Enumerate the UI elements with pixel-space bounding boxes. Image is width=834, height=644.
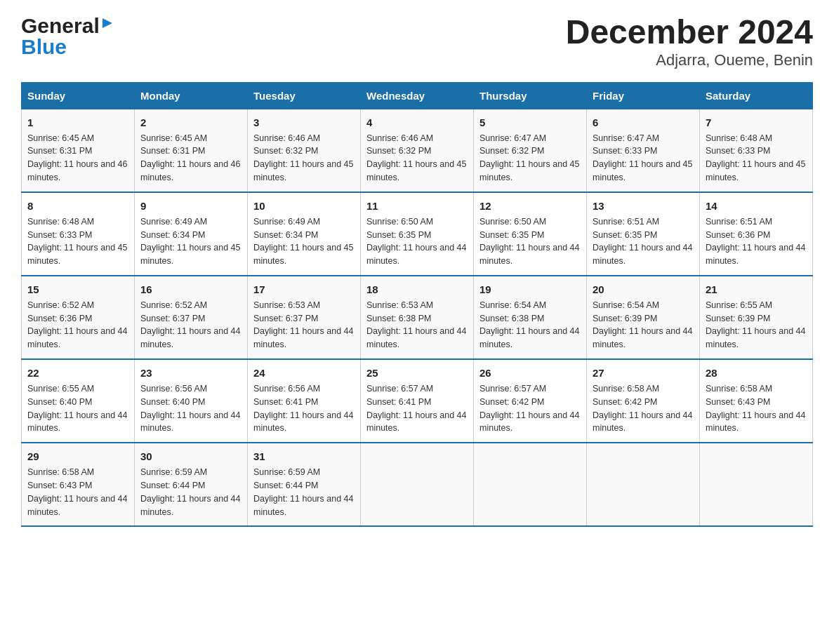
col-thursday: Thursday (474, 82, 587, 109)
logo-arrow-icon (100, 15, 115, 34)
calendar-table: Sunday Monday Tuesday Wednesday Thursday… (21, 82, 813, 528)
day-number: 31 (253, 449, 355, 464)
day-detail: Sunrise: 6:55 AMSunset: 6:39 PMDaylight:… (706, 300, 805, 350)
day-number: 24 (253, 365, 355, 381)
day-detail: Sunrise: 6:49 AMSunset: 6:34 PMDaylight:… (140, 217, 240, 267)
day-detail: Sunrise: 6:53 AMSunset: 6:37 PMDaylight:… (253, 300, 353, 350)
calendar-cell: 7 Sunrise: 6:48 AMSunset: 6:33 PMDayligh… (700, 109, 813, 192)
day-detail: Sunrise: 6:50 AMSunset: 6:35 PMDaylight:… (479, 217, 579, 267)
calendar-cell: 30 Sunrise: 6:59 AMSunset: 6:44 PMDaylig… (135, 443, 248, 526)
calendar-cell: 3 Sunrise: 6:46 AMSunset: 6:32 PMDayligh… (248, 109, 361, 192)
calendar-cell: 8 Sunrise: 6:48 AMSunset: 6:33 PMDayligh… (22, 192, 135, 276)
col-monday: Monday (135, 82, 248, 109)
header-row: Sunday Monday Tuesday Wednesday Thursday… (22, 82, 813, 109)
col-sunday: Sunday (22, 82, 135, 109)
page-header: General Blue December 2024 Adjarra, Ouem… (21, 14, 813, 69)
calendar-cell: 5 Sunrise: 6:47 AMSunset: 6:32 PMDayligh… (474, 109, 587, 192)
day-detail: Sunrise: 6:56 AMSunset: 6:40 PMDaylight:… (140, 384, 240, 434)
day-detail: Sunrise: 6:52 AMSunset: 6:37 PMDaylight:… (140, 300, 240, 350)
day-number: 26 (479, 365, 581, 381)
calendar-cell: 4 Sunrise: 6:46 AMSunset: 6:32 PMDayligh… (361, 109, 474, 192)
svg-marker-0 (102, 18, 112, 28)
calendar-cell: 16 Sunrise: 6:52 AMSunset: 6:37 PMDaylig… (135, 276, 248, 359)
day-detail: Sunrise: 6:56 AMSunset: 6:41 PMDaylight:… (253, 384, 353, 434)
day-detail: Sunrise: 6:58 AMSunset: 6:42 PMDaylight:… (593, 384, 692, 434)
day-number: 16 (140, 282, 241, 297)
calendar-cell: 24 Sunrise: 6:56 AMSunset: 6:41 PMDaylig… (248, 359, 361, 443)
day-detail: Sunrise: 6:46 AMSunset: 6:32 PMDaylight:… (253, 133, 353, 183)
day-detail: Sunrise: 6:46 AMSunset: 6:32 PMDaylight:… (366, 133, 466, 183)
day-number: 7 (706, 115, 807, 130)
day-number: 18 (366, 282, 468, 297)
day-number: 21 (706, 282, 807, 297)
day-number: 8 (27, 199, 128, 214)
day-detail: Sunrise: 6:59 AMSunset: 6:44 PMDaylight:… (253, 467, 353, 517)
calendar-cell: 23 Sunrise: 6:56 AMSunset: 6:40 PMDaylig… (135, 359, 248, 443)
day-detail: Sunrise: 6:55 AMSunset: 6:40 PMDaylight:… (27, 384, 127, 434)
calendar-week-row: 8 Sunrise: 6:48 AMSunset: 6:33 PMDayligh… (22, 192, 813, 276)
day-detail: Sunrise: 6:57 AMSunset: 6:41 PMDaylight:… (366, 384, 466, 434)
calendar-cell: 12 Sunrise: 6:50 AMSunset: 6:35 PMDaylig… (474, 192, 587, 276)
calendar-body: 1 Sunrise: 6:45 AMSunset: 6:31 PMDayligh… (22, 109, 813, 526)
logo: General Blue (21, 14, 115, 59)
logo-general-text: General (21, 14, 100, 38)
day-detail: Sunrise: 6:58 AMSunset: 6:43 PMDaylight:… (706, 384, 805, 434)
day-number: 17 (253, 282, 355, 297)
day-number: 5 (479, 115, 581, 130)
calendar-header: Sunday Monday Tuesday Wednesday Thursday… (22, 82, 813, 109)
calendar-cell: 22 Sunrise: 6:55 AMSunset: 6:40 PMDaylig… (22, 359, 135, 443)
day-number: 6 (593, 115, 694, 130)
day-number: 9 (140, 199, 241, 214)
day-detail: Sunrise: 6:59 AMSunset: 6:44 PMDaylight:… (140, 467, 240, 517)
calendar-cell: 1 Sunrise: 6:45 AMSunset: 6:31 PMDayligh… (22, 109, 135, 192)
day-detail: Sunrise: 6:51 AMSunset: 6:36 PMDaylight:… (706, 217, 805, 267)
calendar-cell: 20 Sunrise: 6:54 AMSunset: 6:39 PMDaylig… (587, 276, 700, 359)
day-detail: Sunrise: 6:48 AMSunset: 6:33 PMDaylight:… (27, 217, 127, 267)
calendar-cell: 11 Sunrise: 6:50 AMSunset: 6:35 PMDaylig… (361, 192, 474, 276)
calendar-week-row: 22 Sunrise: 6:55 AMSunset: 6:40 PMDaylig… (22, 359, 813, 443)
day-number: 20 (593, 282, 694, 297)
day-detail: Sunrise: 6:58 AMSunset: 6:43 PMDaylight:… (27, 467, 127, 517)
day-detail: Sunrise: 6:53 AMSunset: 6:38 PMDaylight:… (366, 300, 466, 350)
day-detail: Sunrise: 6:54 AMSunset: 6:38 PMDaylight:… (479, 300, 579, 350)
day-number: 13 (593, 199, 694, 214)
day-number: 19 (479, 282, 581, 297)
day-number: 3 (253, 115, 355, 130)
day-number: 23 (140, 365, 241, 381)
calendar-cell (474, 443, 587, 526)
calendar-cell: 14 Sunrise: 6:51 AMSunset: 6:36 PMDaylig… (700, 192, 813, 276)
calendar-week-row: 15 Sunrise: 6:52 AMSunset: 6:36 PMDaylig… (22, 276, 813, 359)
day-number: 27 (593, 365, 694, 381)
col-wednesday: Wednesday (361, 82, 474, 109)
day-number: 1 (27, 115, 128, 130)
day-detail: Sunrise: 6:49 AMSunset: 6:34 PMDaylight:… (253, 217, 353, 267)
day-detail: Sunrise: 6:57 AMSunset: 6:42 PMDaylight:… (479, 384, 579, 434)
title-block: December 2024 Adjarra, Oueme, Benin (566, 14, 813, 69)
calendar-cell: 10 Sunrise: 6:49 AMSunset: 6:34 PMDaylig… (248, 192, 361, 276)
day-number: 28 (706, 365, 807, 381)
calendar-cell: 31 Sunrise: 6:59 AMSunset: 6:44 PMDaylig… (248, 443, 361, 526)
calendar-cell (700, 443, 813, 526)
day-number: 29 (27, 449, 128, 464)
calendar-cell: 6 Sunrise: 6:47 AMSunset: 6:33 PMDayligh… (587, 109, 700, 192)
day-number: 30 (140, 449, 241, 464)
day-detail: Sunrise: 6:48 AMSunset: 6:33 PMDaylight:… (706, 133, 805, 183)
calendar-cell: 19 Sunrise: 6:54 AMSunset: 6:38 PMDaylig… (474, 276, 587, 359)
day-detail: Sunrise: 6:47 AMSunset: 6:32 PMDaylight:… (479, 133, 579, 183)
day-number: 2 (140, 115, 241, 130)
calendar-cell: 13 Sunrise: 6:51 AMSunset: 6:35 PMDaylig… (587, 192, 700, 276)
calendar-week-row: 1 Sunrise: 6:45 AMSunset: 6:31 PMDayligh… (22, 109, 813, 192)
day-number: 12 (479, 199, 581, 214)
calendar-cell (587, 443, 700, 526)
day-detail: Sunrise: 6:50 AMSunset: 6:35 PMDaylight:… (366, 217, 466, 267)
calendar-cell: 27 Sunrise: 6:58 AMSunset: 6:42 PMDaylig… (587, 359, 700, 443)
calendar-cell: 21 Sunrise: 6:55 AMSunset: 6:39 PMDaylig… (700, 276, 813, 359)
day-detail: Sunrise: 6:52 AMSunset: 6:36 PMDaylight:… (27, 300, 127, 350)
day-number: 14 (706, 199, 807, 214)
day-number: 22 (27, 365, 128, 381)
day-number: 10 (253, 199, 355, 214)
day-number: 11 (366, 199, 468, 214)
calendar-cell: 25 Sunrise: 6:57 AMSunset: 6:41 PMDaylig… (361, 359, 474, 443)
page-subtitle: Adjarra, Oueme, Benin (566, 51, 813, 69)
logo-blue-text: Blue (21, 35, 67, 59)
